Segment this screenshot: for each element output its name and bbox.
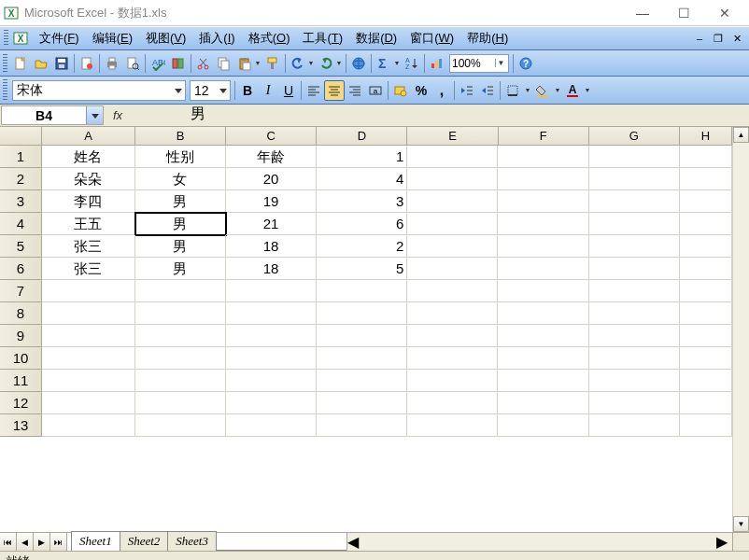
cell-G7[interactable] (589, 280, 680, 302)
fx-button[interactable]: fx (108, 108, 127, 122)
cell-C2[interactable]: 20 (226, 168, 317, 190)
cell-B2[interactable]: 女 (135, 168, 226, 190)
row-header-11[interactable]: 11 (0, 370, 42, 392)
bold-button[interactable]: B (237, 80, 258, 101)
cell-E13[interactable] (407, 414, 498, 437)
redo-dropdown[interactable]: ▼ (335, 60, 343, 66)
menu-edit[interactable]: 编辑(E) (86, 27, 139, 49)
cell-B5[interactable]: 男 (135, 235, 226, 258)
scroll-right-button[interactable]: ▶ (716, 533, 732, 551)
mdi-minimize[interactable]: – (691, 32, 708, 45)
cell-C4[interactable]: 21 (226, 213, 317, 235)
cell-E4[interactable] (407, 213, 498, 235)
zoom-dropdown[interactable]: ▼ (495, 59, 506, 67)
cell-C1[interactable]: 年龄 (226, 146, 317, 168)
cell-H6[interactable] (680, 258, 732, 280)
cell-E8[interactable] (407, 302, 498, 325)
cell-H2[interactable] (680, 168, 732, 190)
col-header-H[interactable]: H (680, 127, 732, 146)
doc-icon[interactable]: X (12, 30, 29, 47)
font-size-combo[interactable] (190, 80, 231, 101)
help-button[interactable]: ? (516, 53, 536, 74)
row-header-8[interactable]: 8 (0, 302, 42, 325)
menu-tools[interactable]: 工具(T) (296, 27, 349, 49)
cells-area[interactable]: 姓名性别年龄1朵朵女204李四男193王五男216张三男182张三男185 (42, 146, 732, 532)
sheet-tab-Sheet2[interactable]: Sheet2 (120, 531, 169, 551)
row-header-4[interactable]: 4 (0, 213, 42, 235)
align-right-button[interactable] (345, 80, 365, 101)
scroll-up-button[interactable]: ▲ (733, 127, 749, 143)
cell-A4[interactable]: 王五 (42, 213, 135, 235)
cell-B7[interactable] (135, 280, 226, 302)
merge-center-button[interactable]: a (365, 80, 386, 101)
cell-G9[interactable] (589, 325, 680, 347)
tab-nav-prev[interactable]: ◀ (17, 533, 34, 551)
cell-C12[interactable] (226, 392, 317, 414)
undo-button[interactable] (288, 53, 308, 74)
cell-C8[interactable] (226, 302, 317, 325)
zoom-input[interactable] (452, 57, 495, 70)
cell-G1[interactable] (589, 146, 680, 168)
cell-F4[interactable] (498, 213, 588, 235)
col-header-A[interactable]: A (42, 127, 135, 146)
cell-B9[interactable] (135, 325, 226, 347)
chart-wizard-button[interactable] (427, 53, 447, 74)
cell-B11[interactable] (135, 370, 226, 392)
close-button[interactable]: ✕ (704, 1, 745, 25)
cell-C11[interactable] (226, 370, 317, 392)
cell-H13[interactable] (680, 414, 732, 437)
cell-E1[interactable] (407, 146, 498, 168)
undo-dropdown[interactable]: ▼ (307, 60, 315, 66)
toolbar-gripper[interactable] (3, 54, 7, 73)
menu-gripper[interactable] (4, 30, 8, 47)
italic-button[interactable]: I (258, 80, 278, 101)
cell-G2[interactable] (589, 168, 680, 190)
sheet-tab-Sheet1[interactable]: Sheet1 (71, 531, 120, 551)
currency-button[interactable] (390, 80, 411, 101)
tab-nav-last[interactable]: ⏭ (50, 533, 67, 551)
font-name-input[interactable] (13, 81, 172, 100)
menu-insert[interactable]: 插入(I) (192, 27, 241, 49)
cell-B4[interactable]: 男 (135, 213, 226, 235)
cell-F5[interactable] (498, 235, 588, 258)
col-header-C[interactable]: C (226, 127, 317, 146)
cell-F13[interactable] (498, 414, 588, 437)
cell-A6[interactable]: 张三 (42, 258, 135, 280)
maximize-button[interactable]: ☐ (663, 1, 704, 25)
cell-D8[interactable] (317, 302, 407, 325)
cell-D10[interactable] (317, 347, 407, 370)
cell-D13[interactable] (317, 414, 407, 437)
cell-E12[interactable] (407, 392, 498, 414)
cell-A8[interactable] (42, 302, 135, 325)
cell-G6[interactable] (589, 258, 680, 280)
copy-button[interactable] (214, 53, 234, 74)
cell-C7[interactable] (226, 280, 317, 302)
select-all-corner[interactable] (0, 127, 42, 146)
cell-E10[interactable] (407, 347, 498, 370)
font-name-dropdown[interactable] (172, 86, 185, 95)
scroll-left-button[interactable]: ◀ (347, 533, 363, 551)
cell-A7[interactable] (42, 280, 135, 302)
cell-A9[interactable] (42, 325, 135, 347)
hyperlink-button[interactable] (348, 53, 369, 74)
cell-A10[interactable] (42, 347, 135, 370)
cell-F11[interactable] (498, 370, 588, 392)
cell-A3[interactable]: 李四 (42, 190, 135, 213)
col-header-D[interactable]: D (317, 127, 407, 146)
mdi-close[interactable]: ✕ (728, 32, 745, 45)
cell-B1[interactable]: 性别 (135, 146, 226, 168)
font-size-dropdown[interactable] (217, 86, 230, 95)
cell-F9[interactable] (498, 325, 588, 347)
permission-button[interactable] (77, 53, 97, 74)
sheet-tab-Sheet3[interactable]: Sheet3 (167, 531, 217, 551)
cell-G4[interactable] (589, 213, 680, 235)
name-box[interactable]: B4 (1, 105, 104, 125)
cell-A12[interactable] (42, 392, 135, 414)
menu-format[interactable]: 格式(O) (242, 27, 297, 49)
cell-D6[interactable]: 5 (317, 258, 407, 280)
vscroll-track[interactable] (733, 143, 749, 516)
cell-D5[interactable]: 2 (317, 235, 407, 258)
cell-B10[interactable] (135, 347, 226, 370)
cell-E7[interactable] (407, 280, 498, 302)
print-button[interactable] (102, 53, 122, 74)
